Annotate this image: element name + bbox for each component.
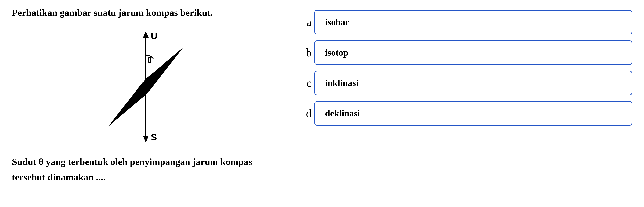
option-b-box[interactable]: isotop — [314, 40, 632, 65]
conclusion-line1: Sudut θ yang terbentuk oleh penyimpangan… — [12, 156, 252, 167]
option-b-letter: b — [304, 46, 312, 59]
compass-svg: U S θ — [96, 29, 196, 144]
option-a-box[interactable]: isobar — [314, 10, 632, 34]
conclusion-line2: tersebut dinamakan .... — [12, 172, 106, 182]
option-a-letter: a — [304, 16, 312, 29]
option-a-text: isobar — [325, 17, 350, 27]
south-label: S — [151, 132, 157, 142]
question-conclusion: Sudut θ yang terbentuk oleh penyimpangan… — [12, 154, 280, 185]
main-container: Perhatikan gambar suatu jarum kompas ber… — [12, 6, 632, 185]
question-column: Perhatikan gambar suatu jarum kompas ber… — [12, 6, 280, 185]
north-label: U — [151, 31, 157, 41]
option-c-row: c inklinasi — [304, 71, 632, 95]
question-intro: Perhatikan gambar suatu jarum kompas ber… — [12, 6, 280, 19]
option-d-text: deklinasi — [325, 108, 360, 118]
options-list: a isobar b isotop c inklinasi d — [304, 10, 632, 126]
south-arrow-icon — [143, 136, 148, 142]
option-c-letter: c — [304, 77, 312, 89]
compass-diagram: U S θ — [96, 29, 196, 144]
north-arrow-icon — [143, 31, 148, 38]
option-d-box[interactable]: deklinasi — [314, 101, 632, 126]
angle-label: θ — [148, 56, 152, 65]
option-c-text: inklinasi — [325, 78, 358, 88]
options-column: a isobar b isotop c inklinasi d — [304, 6, 632, 185]
option-d-row: d deklinasi — [304, 101, 632, 126]
option-d-letter: d — [304, 107, 312, 120]
option-b-text: isotop — [325, 48, 348, 58]
option-b-row: b isotop — [304, 40, 632, 65]
compass-diagram-container: U S θ — [12, 25, 280, 148]
option-c-box[interactable]: inklinasi — [314, 71, 632, 95]
option-a-row: a isobar — [304, 10, 632, 34]
